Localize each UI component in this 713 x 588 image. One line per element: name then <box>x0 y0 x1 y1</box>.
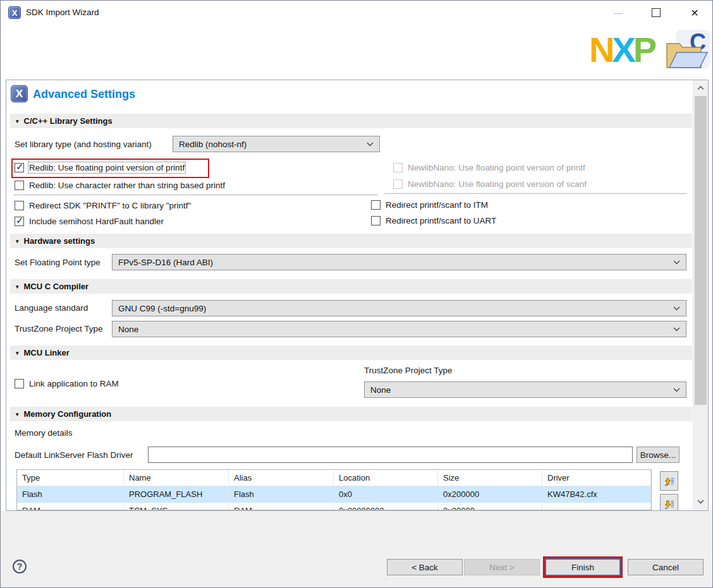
nxp-letter-x: X <box>612 30 633 69</box>
cancel-button[interactable]: Cancel <box>628 559 704 575</box>
help-icon: ? <box>17 561 23 572</box>
section-mcu-c-compiler[interactable]: ▾ MCU C Compiler <box>10 279 692 294</box>
help-button[interactable]: ? <box>13 560 27 573</box>
linker-trustzone-select[interactable]: None <box>364 381 686 398</box>
collapse-triangle-icon: ▾ <box>16 284 19 290</box>
move-row-down-button[interactable] <box>660 494 678 511</box>
vertical-scrollbar[interactable] <box>693 80 708 510</box>
redlib-char-printf-checkbox[interactable]: ✓ <box>15 181 24 190</box>
checkrow-redlib-char-printf: ✓ Redlib: Use character rather than stri… <box>15 179 225 192</box>
collapse-triangle-icon: ▾ <box>16 350 19 356</box>
mcuxpresso-x-letter: X <box>12 8 18 18</box>
section-title: C/C++ Library Settings <box>24 116 113 126</box>
chevron-down-icon <box>367 142 374 147</box>
minimize-icon: — <box>614 8 623 18</box>
c-folder-icon: C <box>662 28 711 76</box>
redirect-itm-checkbox[interactable]: ✓ <box>371 200 381 210</box>
floating-point-select[interactable]: FPv5-SP-D16 (Hard ABI) <box>112 254 686 270</box>
move-up-icon <box>664 476 675 487</box>
checkrow-redlib-float-printf: ✓ Redlib: Use floating point version of … <box>15 161 185 174</box>
chevron-down-icon <box>673 327 680 332</box>
flash-driver-input[interactable] <box>148 447 633 463</box>
chevron-down-icon <box>673 388 680 392</box>
library-type-select[interactable]: Redlib (nohost-nf) <box>173 136 380 152</box>
library-type-value: Redlib (nohost-nf) <box>179 140 247 149</box>
close-icon: ✕ <box>690 7 698 19</box>
section-title: Hardware settings <box>24 236 95 246</box>
checkbox-label: Redirect printf/scanf to UART <box>386 216 496 225</box>
chevron-down-icon <box>673 260 680 265</box>
banner: NXP C <box>1 25 712 80</box>
scroll-up-button[interactable] <box>693 81 708 94</box>
scrollbar-thumb[interactable] <box>695 96 707 405</box>
table-row[interactable]: Flash PROGRAM_FLASH Flash 0x0 0x200000 K… <box>17 486 651 503</box>
link-to-ram-checkbox[interactable]: ✓ <box>15 379 24 388</box>
collapse-triangle-icon: ▾ <box>16 411 19 417</box>
trustzone-type-label: TrustZone Project Type <box>15 324 103 333</box>
table-header-row: Type Name Alias Location Size Driver <box>17 470 651 486</box>
check-icon: ✓ <box>16 215 24 226</box>
newlibnano-printf-checkbox: ✓ <box>393 163 403 172</box>
column-header: Size <box>438 470 542 486</box>
section-title: MCU Linker <box>24 348 70 357</box>
flash-driver-label: Default LinkServer Flash Driver <box>15 450 133 460</box>
mcuxpresso-app-icon: X <box>8 6 21 19</box>
collapse-triangle-icon: ▾ <box>16 238 19 244</box>
checkbox-label: NewlibNano: Use floating point version o… <box>408 163 585 172</box>
maximize-icon <box>652 8 661 17</box>
trustzone-type-value: None <box>118 325 138 334</box>
mcuxpresso-x-letter: X <box>16 88 23 100</box>
check-icon: ✓ <box>16 161 24 172</box>
maximize-button[interactable] <box>640 1 672 25</box>
separator <box>13 195 378 195</box>
language-standard-label: Language standard <box>15 303 88 313</box>
page-title: Advanced Settings <box>33 88 135 101</box>
section-memory-configuration[interactable]: ▾ Memory Configuration <box>10 407 692 421</box>
redlib-float-printf-checkbox[interactable]: ✓ <box>15 163 24 172</box>
back-button[interactable]: < Back <box>387 559 463 575</box>
scroll-down-button[interactable] <box>693 495 708 508</box>
memory-table: Type Name Alias Location Size Driver Fla… <box>16 469 652 510</box>
section-mcu-linker[interactable]: ▾ MCU Linker <box>10 345 692 360</box>
checkrow-semihost-hardfault: ✓ Include semihost HardFault handler <box>15 215 164 228</box>
separator <box>384 193 686 194</box>
checkbox-label: Redlib: Use floating point version of pr… <box>29 163 185 172</box>
checkbox-label: Redirect SDK "PRINTF" to C library "prin… <box>29 201 191 210</box>
checkrow-newlibnano-scanf: ✓ NewlibNano: Use floating point version… <box>393 177 587 191</box>
chevron-down-icon <box>673 306 680 311</box>
trustzone-type-select[interactable]: None <box>112 321 686 337</box>
checkrow-newlibnano-printf: ✓ NewlibNano: Use floating point version… <box>393 161 585 174</box>
redirect-sdk-printf-checkbox[interactable]: ✓ <box>15 201 24 210</box>
footer: ? < Back Next > Finish Cancel <box>1 511 712 588</box>
checkbox-label: Include semihost HardFault handler <box>29 217 164 226</box>
nxp-logo: NXP <box>589 22 654 77</box>
chevron-up-icon <box>697 86 704 90</box>
memory-details-label: Memory details <box>15 428 73 438</box>
column-header: Name <box>124 470 229 486</box>
redirect-uart-checkbox[interactable]: ✓ <box>371 216 381 225</box>
section-library-settings[interactable]: ▾ C/C++ Library Settings <box>10 114 692 128</box>
linker-trustzone-label: TrustZone Project Type <box>364 366 453 375</box>
table-row[interactable]: RAM TCM_SYS RAM 0x20000000 0x30000 <box>17 503 651 510</box>
section-title: MCU C Compiler <box>24 282 89 291</box>
checkbox-label: Link application to RAM <box>29 379 119 388</box>
semihost-hardfault-checkbox[interactable]: ✓ <box>15 217 24 226</box>
column-header: Driver <box>542 470 651 486</box>
language-standard-value: GNU C99 (-std=gnu99) <box>118 304 206 313</box>
finish-button[interactable]: Finish <box>545 558 621 576</box>
floating-point-value: FPv5-SP-D16 (Hard ABI) <box>118 258 213 267</box>
newlibnano-scanf-checkbox: ✓ <box>393 179 403 189</box>
minimize-button[interactable]: — <box>602 1 634 25</box>
section-hardware-settings[interactable]: ▾ Hardware settings <box>10 234 692 248</box>
checkrow-link-application-to-ram: ✓ Link application to RAM <box>15 377 119 390</box>
library-type-label: Set library type (and hosting variant) <box>15 140 152 149</box>
move-row-up-button[interactable] <box>660 471 678 491</box>
close-button[interactable]: ✕ <box>678 1 711 25</box>
checkbox-label: Redlib: Use character rather than string… <box>29 181 225 190</box>
checkbox-label: Redirect printf/scanf to ITM <box>386 200 488 210</box>
language-standard-select[interactable]: GNU C99 (-std=gnu99) <box>112 300 686 316</box>
browse-button[interactable]: Browse... <box>637 447 679 463</box>
column-header: Location <box>334 470 438 486</box>
nxp-letter-n: N <box>589 30 612 69</box>
collapse-triangle-icon: ▾ <box>16 118 19 124</box>
